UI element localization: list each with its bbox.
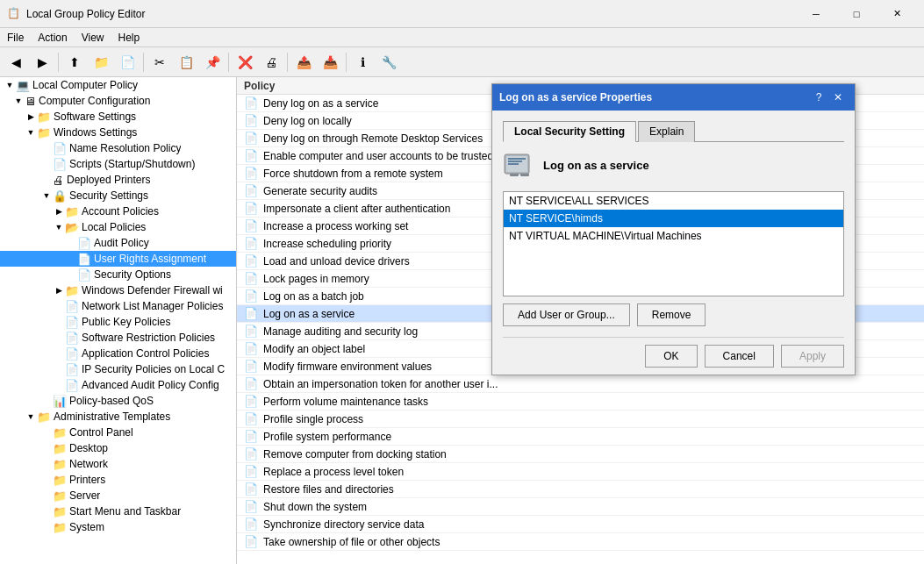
dialog-close-button[interactable]: ✕ (828, 88, 848, 107)
dialog-header-row: Log on as a service (503, 149, 844, 181)
dialog-body: Local Security Setting Explain Log on (492, 111, 855, 375)
dialog-title: Log on as a service Properties (499, 91, 809, 104)
tab-explain[interactable]: Explain (638, 121, 695, 142)
list-item-himds[interactable]: NT SERVICE\himds (504, 210, 843, 227)
svg-rect-4 (508, 163, 519, 165)
properties-dialog: Log on as a service Properties ? ✕ Local… (491, 83, 856, 375)
svg-rect-2 (508, 158, 526, 160)
dialog-header-icon (503, 149, 534, 181)
list-item-nt-all[interactable]: NT SERVICE\ALL SERVICES (504, 192, 843, 210)
dialog-overlay: Log on as a service Properties ? ✕ Local… (0, 0, 924, 564)
tab-local-security[interactable]: Local Security Setting (503, 121, 636, 142)
list-item-label: NT VIRTUAL MACHINE\Virtual Machines (509, 230, 702, 242)
cancel-button[interactable]: Cancel (705, 345, 774, 368)
list-item-label: NT SERVICE\ALL SERVICES (509, 195, 649, 207)
remove-button[interactable]: Remove (637, 303, 706, 326)
svg-rect-3 (508, 161, 522, 162)
svg-rect-6 (510, 174, 519, 176)
service-list[interactable]: NT SERVICE\ALL SERVICES NT SERVICE\himds… (503, 191, 844, 296)
dialog-action-row: Add User or Group... Remove (503, 303, 844, 326)
list-item-label: NT SERVICE\himds (509, 212, 603, 225)
dialog-header-title: Log on as a service (543, 159, 649, 172)
ok-button[interactable]: OK (645, 345, 697, 368)
svg-rect-5 (520, 174, 529, 176)
dialog-help-button[interactable]: ? (809, 88, 828, 107)
add-user-button[interactable]: Add User or Group... (503, 303, 630, 326)
dialog-footer: OK Cancel Apply (503, 337, 844, 368)
apply-button[interactable]: Apply (781, 345, 844, 368)
dialog-title-bar: Log on as a service Properties ? ✕ (492, 84, 855, 111)
dialog-tabs: Local Security Setting Explain (503, 121, 844, 142)
list-item-virtual-machine[interactable]: NT VIRTUAL MACHINE\Virtual Machines (504, 227, 843, 245)
